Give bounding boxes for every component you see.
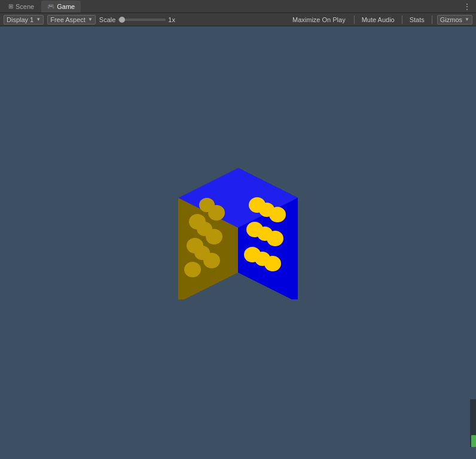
- scale-value: 1x: [168, 16, 175, 23]
- tab-scene-label: Scene: [16, 3, 34, 10]
- display-label: Display 1: [7, 16, 33, 23]
- more-options-icon[interactable]: ⋮: [460, 2, 474, 11]
- toolbar-separator-1: [354, 16, 355, 24]
- toolbar-separator-2: [402, 16, 402, 24]
- scale-label: Scale: [99, 16, 116, 23]
- toolbar-separator-3: [432, 16, 432, 24]
- front-dot-9: [255, 252, 270, 266]
- tab-bar: ⊞ Scene 🎮 Game ⋮: [0, 0, 476, 13]
- gizmos-chevron-icon: ▼: [465, 17, 469, 22]
- scale-slider[interactable]: [118, 19, 166, 21]
- tab-scene[interactable]: ⊞ Scene: [2, 1, 40, 13]
- gizmos-label: Gizmos: [440, 16, 462, 23]
- front-dot-6: [257, 227, 273, 241]
- cube-svg: [166, 162, 310, 299]
- display-chevron-icon: ▼: [36, 17, 41, 22]
- left-dot-6: [197, 222, 212, 236]
- vertical-scrollbar[interactable]: [470, 399, 476, 447]
- gizmos-dropdown[interactable]: Gizmos ▼: [437, 15, 472, 25]
- display-dropdown[interactable]: Display 1 ▼: [4, 15, 44, 25]
- aspect-label: Free Aspect: [50, 16, 86, 23]
- tab-game-label: Game: [57, 3, 75, 10]
- scrollbar-thumb[interactable]: [471, 435, 476, 447]
- aspect-dropdown[interactable]: Free Aspect ▼: [47, 15, 96, 25]
- stats-label: Stats: [410, 16, 425, 23]
- game-viewport: [0, 26, 476, 459]
- scale-thumb[interactable]: [119, 17, 125, 23]
- left-dot-7: [184, 262, 201, 277]
- mute-label: Mute Audio: [362, 16, 395, 23]
- aspect-chevron-icon: ▼: [88, 17, 93, 22]
- stats-button[interactable]: Stats: [407, 16, 427, 24]
- left-dot-9: [194, 246, 210, 260]
- maximize-label: Maximize On Play: [292, 16, 346, 23]
- game-icon: 🎮: [47, 3, 54, 10]
- scale-section: Scale 1x: [99, 16, 175, 23]
- maximize-on-play-button[interactable]: Maximize On Play: [289, 16, 349, 24]
- cube-object: [166, 162, 310, 299]
- mute-audio-button[interactable]: Mute Audio: [359, 16, 397, 24]
- scene-icon: ⊞: [8, 3, 13, 10]
- tab-game[interactable]: 🎮 Game: [41, 1, 81, 13]
- toolbar: Display 1 ▼ Free Aspect ▼ Scale 1x Maxim…: [0, 13, 476, 26]
- front-dot-3: [259, 203, 274, 217]
- left-dot-3: [199, 198, 215, 212]
